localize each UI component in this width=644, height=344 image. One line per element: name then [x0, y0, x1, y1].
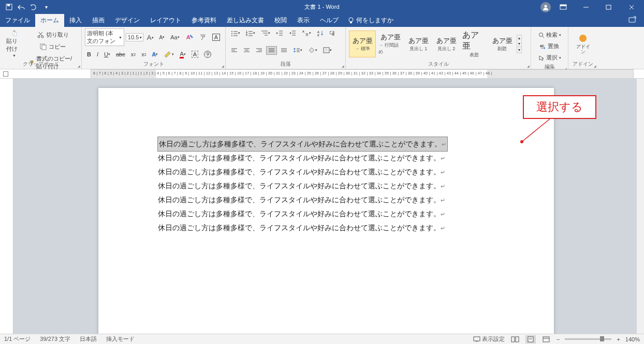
- scrollbar-vertical[interactable]: [637, 79, 644, 334]
- phonetic-guide-button[interactable]: ア: [197, 32, 209, 42]
- undo-icon[interactable]: [18, 4, 25, 11]
- tell-me-search[interactable]: 何をしますか: [348, 14, 393, 27]
- status-lang[interactable]: 日本語: [80, 335, 97, 343]
- user-avatar[interactable]: [540, 2, 551, 12]
- share-icon[interactable]: [628, 16, 637, 23]
- save-icon[interactable]: [5, 4, 12, 11]
- redo-icon[interactable]: [30, 4, 37, 11]
- align-right-button[interactable]: [254, 46, 265, 55]
- status-page[interactable]: 1/1 ページ: [4, 335, 31, 343]
- display-settings-button[interactable]: 表示設定: [473, 335, 505, 343]
- line-spacing-button[interactable]: ▾: [291, 46, 304, 55]
- maximize-icon[interactable]: [598, 0, 619, 14]
- svg-text:A: A: [302, 30, 304, 33]
- font-color-button[interactable]: A▾: [178, 49, 187, 60]
- text-direction-button[interactable]: A文▾: [300, 28, 313, 38]
- shrink-font-button[interactable]: A▾: [157, 33, 167, 42]
- line-5[interactable]: 休日の過ごし方は多種多様で、ライフスタイルや好みに合わせて選ぶことができます。↵: [158, 193, 497, 207]
- qat-overflow-icon[interactable]: ▾: [42, 4, 50, 11]
- line-4[interactable]: 休日の過ごし方は多種多様で、ライフスタイルや好みに合わせて選ぶことができます。↵: [158, 179, 497, 193]
- highlight-button[interactable]: ▾: [162, 49, 176, 59]
- distribute-button[interactable]: [279, 46, 289, 55]
- ribbon-display-icon[interactable]: [553, 0, 574, 14]
- style-subtitle[interactable]: あア亜副題: [489, 31, 516, 57]
- addin-button[interactable]: アドイン: [572, 28, 594, 59]
- zoom-level[interactable]: 140%: [625, 336, 640, 342]
- italic-button[interactable]: I: [95, 50, 100, 59]
- text-effects-button[interactable]: A▾: [150, 50, 160, 59]
- zoom-in-button[interactable]: +: [617, 336, 620, 342]
- view-web-icon[interactable]: [541, 335, 551, 343]
- style-normal[interactable]: あア亜→ 標準: [349, 31, 376, 57]
- title-bar: ▾ 文書 1 - Word: [0, 0, 644, 14]
- tab-file[interactable]: ファイル: [0, 14, 35, 27]
- tab-draw[interactable]: 描画: [87, 14, 110, 27]
- grow-font-button[interactable]: A▴: [145, 32, 156, 43]
- bullets-button[interactable]: ▾: [229, 28, 242, 38]
- close-icon[interactable]: [621, 0, 642, 14]
- ruler-horizontal[interactable]: 8 | 7 | 6 | 5 | 4 | 3 | 2 | 1 | | 1 | 2 …: [0, 69, 644, 79]
- styles-more-button[interactable]: ▴▾▾: [517, 35, 522, 53]
- font-name-select[interactable]: 游明朝 (本文のフォン▼: [85, 28, 124, 46]
- tab-review[interactable]: 校閲: [269, 14, 292, 27]
- zoom-out-button[interactable]: −: [557, 336, 560, 342]
- status-words[interactable]: 39/273 文字: [40, 335, 70, 343]
- style-heading1[interactable]: あア亜見出し 1: [405, 31, 432, 57]
- tab-selector[interactable]: [3, 71, 8, 77]
- style-title[interactable]: あア亜表題: [461, 31, 488, 57]
- change-case-button[interactable]: Aa▾: [168, 33, 181, 42]
- dec-indent-button[interactable]: [274, 28, 285, 38]
- minimize-icon[interactable]: [576, 0, 596, 14]
- strikethrough-button[interactable]: abc: [114, 50, 127, 59]
- page[interactable]: 休日の過ごし方は多種多様で、ライフスタイルや好みに合わせて選ぶことができます。↵…: [98, 88, 554, 334]
- superscript-button[interactable]: x2: [139, 50, 148, 59]
- char-shading-button[interactable]: A: [189, 49, 200, 59]
- borders-button[interactable]: ▾: [321, 46, 334, 55]
- show-marks-button[interactable]: [328, 28, 338, 38]
- clear-format-button[interactable]: A: [183, 32, 196, 42]
- replace-button[interactable]: ab置換: [534, 41, 565, 52]
- tab-insert[interactable]: 挿入: [64, 14, 87, 27]
- tab-home[interactable]: ホーム: [35, 14, 64, 27]
- align-center-button[interactable]: [241, 46, 252, 55]
- style-heading2[interactable]: あア亜見出し 2: [433, 31, 460, 57]
- status-mode[interactable]: 挿入モード: [106, 335, 135, 343]
- find-button[interactable]: 検索▾: [534, 29, 565, 40]
- tab-layout[interactable]: レイアウト: [145, 14, 186, 27]
- line-2[interactable]: 休日の過ごし方は多種多様で、ライフスタイルや好みに合わせて選ぶことができます。↵: [158, 151, 497, 165]
- select-button[interactable]: 選択▾: [534, 52, 565, 63]
- svg-point-26: [231, 31, 232, 32]
- line-3[interactable]: 休日の過ごし方は多種多様で、ライフスタイルや好みに合わせて選ぶことができます。↵: [158, 165, 497, 179]
- tab-view[interactable]: 表示: [292, 14, 315, 27]
- tab-design[interactable]: デザイン: [110, 14, 145, 27]
- svg-rect-14: [14, 33, 17, 36]
- ruler-vertical[interactable]: [0, 79, 13, 334]
- font-size-select[interactable]: 10.5▼: [126, 33, 143, 41]
- tab-help[interactable]: ヘルプ: [315, 14, 344, 27]
- copy-button[interactable]: コピー: [27, 41, 78, 52]
- cut-button[interactable]: 切り取り: [27, 29, 78, 40]
- tab-references[interactable]: 参考資料: [186, 14, 222, 27]
- numbering-button[interactable]: 123▾: [244, 28, 257, 38]
- bold-button[interactable]: B: [85, 50, 93, 59]
- shading-button[interactable]: ▾: [306, 46, 319, 55]
- multilevel-button[interactable]: ▾: [259, 28, 272, 38]
- view-read-icon[interactable]: [510, 335, 520, 343]
- line-1-selected[interactable]: 休日の過ごし方は多種多様で、ライフスタイルや好みに合わせて選ぶことができます。↵: [158, 137, 447, 151]
- align-justify-button[interactable]: [266, 46, 277, 55]
- sort-button[interactable]: AZ: [315, 28, 326, 38]
- paste-button[interactable]: 貼り付け ▼: [3, 28, 25, 59]
- enclose-char-button[interactable]: 字: [202, 49, 213, 59]
- line-6[interactable]: 休日の過ごし方は多種多様で、ライフスタイルや好みに合わせて選ぶことができます。↵: [158, 207, 497, 221]
- zoom-slider[interactable]: [565, 338, 611, 340]
- align-left-button[interactable]: [229, 46, 240, 55]
- underline-button[interactable]: U▾: [102, 50, 112, 59]
- ribbon-tabs: ファイル ホーム 挿入 描画 デザイン レイアウト 参考資料 差し込み文書 校閲…: [0, 14, 644, 27]
- line-7[interactable]: 休日の過ごし方は多種多様で、ライフスタイルや好みに合わせて選ぶことができます。↵: [158, 221, 497, 235]
- tab-mailings[interactable]: 差し込み文書: [222, 14, 269, 27]
- style-nospacing[interactable]: あア亜→ 行間詰め: [377, 31, 404, 57]
- subscript-button[interactable]: x2: [129, 50, 138, 59]
- char-border-button[interactable]: A: [210, 32, 222, 42]
- inc-indent-button[interactable]: [287, 28, 298, 38]
- view-print-icon[interactable]: [525, 335, 536, 343]
